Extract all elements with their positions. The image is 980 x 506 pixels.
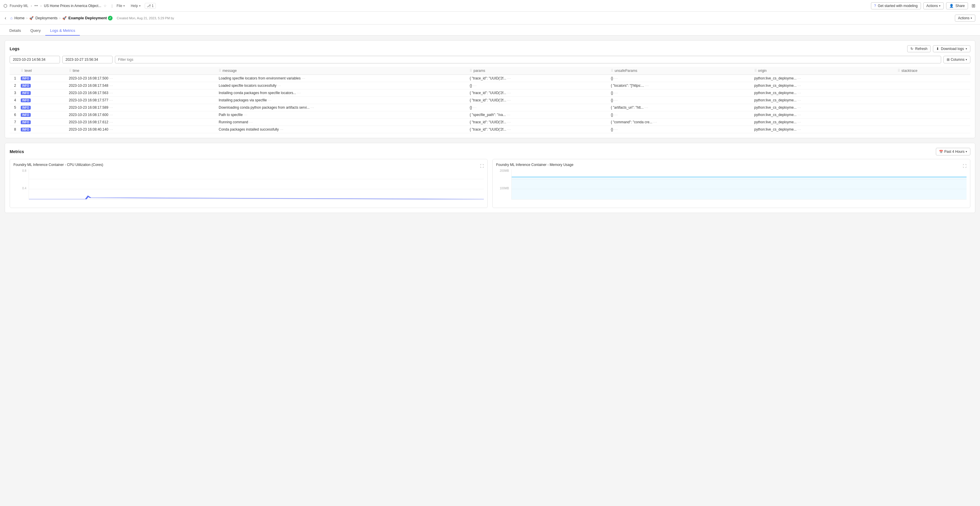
metrics-header: Metrics 📅 Past 4 Hours ▾ — [10, 148, 970, 155]
main-content: Logs ↻ Refresh ⬇ Download logs ▾ ⊞ Colum — [0, 36, 980, 506]
row-num: 4 — [10, 97, 18, 104]
share-label: Share — [955, 4, 965, 8]
cell-message: Downloading conda python packages from a… — [216, 104, 467, 111]
metrics-card: Metrics 📅 Past 4 Hours ▾ Foundry ML Infe… — [5, 143, 975, 213]
row-num: 6 — [10, 111, 18, 119]
top-bar: ⬡ Foundry ML › ••• › US Home Prices in A… — [0, 0, 980, 12]
cell-params: { "trace_id": "UUID('2f... ··· — [467, 89, 608, 97]
download-logs-button[interactable]: ⬇ Download logs ▾ — [933, 45, 970, 52]
home-link[interactable]: Home — [14, 16, 25, 20]
cell-level: INFO — [18, 104, 67, 111]
app-logo-icon: ⬡ — [3, 3, 7, 8]
cell-stacktrace — [895, 126, 970, 133]
time-range-label: Past 4 Hours — [944, 149, 964, 154]
cpu-chart-expand-button[interactable]: ⛶ — [480, 164, 484, 168]
cell-origin: python:live_cs_deployme... ··· — [752, 75, 896, 82]
help-menu[interactable]: Help ▾ — [129, 3, 142, 8]
cell-time: 2023-10-23 16:08:40.140 ··· — [67, 126, 216, 133]
breadcrumb-sep2: › — [40, 3, 41, 8]
cpu-chart-svg — [29, 169, 484, 199]
help-chevron-icon: ▾ — [139, 5, 141, 7]
topbar-actions-chevron-icon: ▾ — [939, 5, 940, 7]
deployment-icon: 🚀 — [62, 16, 67, 20]
download-label: Download logs — [941, 47, 964, 51]
cell-unsafeparams: {} ··· — [608, 126, 752, 133]
breadcrumb-foundry[interactable]: Foundry ML — [10, 4, 29, 8]
col-origin-header[interactable]: ⠿origin — [752, 67, 896, 75]
cpu-y-labels: 0.8 0.4 — [13, 169, 27, 204]
favorite-icon[interactable]: ☆ — [103, 4, 107, 8]
breadcrumb-object[interactable]: US Home Prices in America Object... — [44, 4, 101, 8]
nav-chevron-2: › — [59, 16, 60, 20]
cell-level: INFO — [18, 82, 67, 89]
logs-table: ⠿level ⠿time ⠿message ⠿params ⠿unsafePar… — [10, 67, 970, 133]
columns-button[interactable]: ⊞ Columns ▾ — [943, 56, 970, 63]
back-button[interactable]: ‹ — [5, 16, 6, 21]
cpu-chart-area: 0.8 0.4 — [13, 169, 484, 204]
row-num: 8 — [10, 126, 18, 133]
filter-row: ⊞ Columns ▾ — [10, 56, 970, 63]
cell-params: {} ··· — [467, 82, 608, 89]
cell-time: 2023-10-23 16:08:17.563 ··· — [67, 89, 216, 97]
status-icon: ✓ — [108, 16, 113, 21]
nav-chevron-1: › — [26, 16, 27, 20]
cell-level: INFO — [18, 126, 67, 133]
time-range-button[interactable]: 📅 Past 4 Hours ▾ — [936, 148, 970, 155]
memory-chart-expand-button[interactable]: ⛶ — [963, 164, 967, 168]
logs-card-header: Logs ↻ Refresh ⬇ Download logs ▾ — [10, 45, 970, 52]
col-stacktrace-header[interactable]: ⠿stacktrace — [895, 67, 970, 75]
deployments-link[interactable]: Deployments — [35, 16, 57, 20]
col-time-header[interactable]: ⠿time — [67, 67, 216, 75]
nav-actions-button[interactable]: Actions ▾ — [955, 14, 975, 22]
cell-message: Running command ··· — [216, 119, 467, 126]
filter-logs-input[interactable] — [115, 56, 941, 63]
topbar-actions-button[interactable]: Actions ▾ — [923, 2, 944, 10]
cell-unsafeparams: {} ··· — [608, 89, 752, 97]
start-date-input[interactable] — [10, 56, 60, 63]
tab-query[interactable]: Query — [26, 26, 45, 36]
created-text: Created Mon, Aug 21, 2023, 5:29 PM by — [117, 16, 174, 20]
logs-actions: ↻ Refresh ⬇ Download logs ▾ — [907, 45, 970, 52]
refresh-button[interactable]: ↻ Refresh — [907, 45, 931, 52]
home-icon: ⌂ — [10, 16, 13, 20]
cell-unsafeparams: {} ··· — [608, 111, 752, 119]
cell-message: Conda packages installed successfully ··… — [216, 126, 467, 133]
cell-message: Installing conda packages from specfile … — [216, 89, 467, 97]
download-icon: ⬇ — [936, 47, 939, 51]
cell-params: { "specfile_path": "/va... ··· — [467, 111, 608, 119]
file-label: File — [117, 4, 122, 8]
cell-level: INFO — [18, 89, 67, 97]
branch-indicator[interactable]: ⎇ 1 — [145, 3, 156, 9]
col-params-header[interactable]: ⠿params — [467, 67, 608, 75]
memory-chart-card: Foundry ML Inference Container - Memory … — [492, 159, 970, 208]
cell-time: 2023-10-23 16:08:17.589 ··· — [67, 104, 216, 111]
nav-actions-chevron-icon: ▾ — [970, 17, 972, 19]
cell-time: 2023-10-23 16:08:17.500 ··· — [67, 75, 216, 82]
share-button[interactable]: 👤 Share — [946, 2, 968, 10]
tab-details[interactable]: Details — [5, 26, 26, 36]
cell-stacktrace — [895, 119, 970, 126]
get-started-button[interactable]: ? Get started with modeling — [871, 2, 921, 10]
col-message-header[interactable]: ⠿message — [216, 67, 467, 75]
get-started-label: Get started with modeling — [878, 4, 918, 8]
breadcrumb-dots[interactable]: ••• — [34, 4, 38, 8]
table-row: 3 INFO 2023-10-23 16:08:17.563 ··· Insta… — [10, 89, 970, 97]
cell-origin: python:live_cs_deployme... ··· — [752, 119, 896, 126]
breadcrumb-sep1: › — [31, 3, 32, 8]
file-menu[interactable]: File ▾ — [115, 3, 127, 8]
panel-toggle-button[interactable]: ⊞ — [970, 2, 977, 9]
nav-bar: ‹ ⌂ Home › 🚀 Deployments › 🚀 Example Dep… — [0, 12, 980, 25]
tab-logs-metrics[interactable]: Logs & Metrics — [45, 26, 80, 36]
col-level-header[interactable]: ⠿level — [18, 67, 67, 75]
cell-stacktrace — [895, 75, 970, 82]
row-num: 2 — [10, 82, 18, 89]
cell-params: { "trace_id": "UUID('2f... ··· — [467, 97, 608, 104]
cell-params: {} ··· — [467, 104, 608, 111]
share-user-icon: 👤 — [949, 4, 954, 8]
download-chevron-icon: ▾ — [966, 47, 967, 50]
cell-message: Loading specfile locators from environme… — [216, 75, 467, 82]
logs-title: Logs — [10, 46, 19, 51]
col-unsafeparams-header[interactable]: ⠿unsafeParams — [608, 67, 752, 75]
end-date-input[interactable] — [62, 56, 113, 63]
cell-unsafeparams: { "locators": "['https:... ··· — [608, 82, 752, 89]
